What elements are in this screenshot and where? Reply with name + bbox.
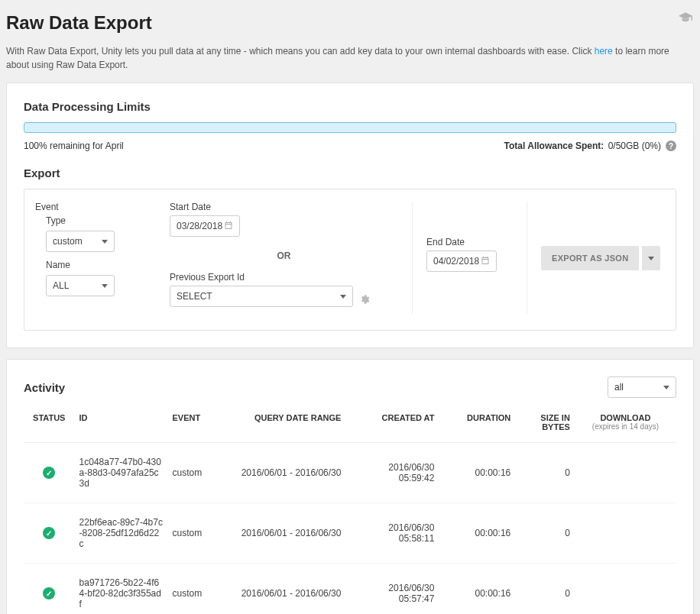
start-date-value: 03/28/2018 (177, 221, 222, 231)
row-duration: 00:00:16 (439, 443, 515, 503)
status-ok-icon: ✓ (43, 527, 55, 539)
name-value: ALL (53, 280, 69, 291)
name-label: Name (46, 260, 157, 270)
row-range: 2016/06/01 - 2016/06/30 (235, 443, 345, 503)
activity-filter-select[interactable]: all (608, 376, 676, 398)
row-duration: 00:00:16 (439, 564, 515, 615)
event-label: Event (35, 202, 157, 212)
gear-icon[interactable] (359, 294, 370, 307)
name-select[interactable]: ALL (46, 275, 115, 296)
table-row: ✓22bf6eac-89c7-4b7c-8208-25df12d6d22ccus… (24, 503, 676, 564)
col-created: CREATED AT (345, 409, 439, 443)
limits-title: Data Processing Limits (24, 100, 676, 113)
row-download[interactable] (575, 503, 676, 564)
col-download: DOWNLOAD (expires in 14 days) (575, 409, 676, 443)
end-date-label: End Date (426, 237, 513, 247)
row-range: 2016/06/01 - 2016/06/30 (235, 564, 345, 615)
start-date-input[interactable]: 03/28/2018 (170, 215, 240, 237)
col-duration: DURATION (439, 409, 515, 443)
col-download-label: DOWNLOAD (600, 413, 650, 422)
end-date-value: 04/02/2018 (433, 256, 479, 267)
status-ok-icon: ✓ (43, 467, 55, 479)
start-date-label: Start Date (170, 202, 398, 212)
remaining-text: 100% remaining for April (24, 141, 124, 151)
intro-text: With Raw Data Export, Unity lets you pul… (6, 44, 694, 72)
prev-export-value: SELECT (177, 291, 212, 302)
activity-card: Activity all STATUS ID EVENT QUERY DATE … (6, 359, 694, 614)
row-size: 0 (515, 503, 575, 564)
row-download[interactable] (575, 564, 676, 615)
help-icon[interactable]: ? (666, 141, 676, 151)
table-row: ✓1c048a77-47b0-430a-88d3-0497afa25c3dcus… (24, 443, 676, 503)
row-id: 1c048a77-47b0-430a-88d3-0497afa25c3d (75, 443, 168, 503)
end-date-input[interactable]: 04/02/2018 (426, 250, 497, 272)
type-value: custom (53, 236, 83, 247)
caret-down-icon (663, 386, 669, 389)
col-download-sub: (expires in 14 days) (579, 422, 672, 431)
usage-progress-bar (24, 122, 676, 133)
caret-down-icon (648, 257, 654, 260)
row-duration: 00:00:16 (439, 503, 515, 564)
row-id: 22bf6eac-89c7-4b7c-8208-25df12d6d22c (75, 503, 168, 564)
allowance-value: 0/50GB (0%) (608, 141, 661, 151)
row-download[interactable] (575, 443, 676, 503)
calendar-icon (481, 256, 490, 267)
export-dropdown-button[interactable] (642, 246, 660, 270)
caret-down-icon (102, 240, 108, 244)
row-id: ba971726-5b22-4f64-bf20-82dc3f355adf (75, 564, 168, 615)
activity-title: Activity (24, 381, 65, 394)
type-select[interactable]: custom (46, 231, 115, 252)
col-event: EVENT (168, 409, 236, 443)
table-row: ✓ba971726-5b22-4f64-bf20-82dc3f355adfcus… (24, 564, 676, 615)
prev-export-label: Previous Export Id (170, 272, 398, 283)
learn-more-link[interactable]: here (595, 46, 613, 57)
page-title: Raw Data Export (6, 12, 152, 34)
row-created: 2016/06/30 05:58:11 (345, 503, 439, 564)
prev-export-select[interactable]: SELECT (170, 286, 353, 307)
row-range: 2016/06/01 - 2016/06/30 (235, 503, 345, 564)
row-size: 0 (515, 564, 575, 615)
activity-table: STATUS ID EVENT QUERY DATE RANGE CREATED… (24, 409, 676, 614)
export-button[interactable]: EXPORT AS JSON (541, 246, 639, 270)
row-event: custom (168, 564, 236, 615)
row-created: 2016/06/30 05:59:42 (345, 443, 439, 503)
export-card: Data Processing Limits 100% remaining fo… (6, 82, 694, 348)
caret-down-icon (340, 295, 346, 299)
type-label: Type (46, 215, 157, 226)
export-form: Event Type custom Name ALL Start Date 03… (24, 189, 676, 331)
col-size: SIZE IN BYTES (515, 409, 575, 443)
allowance-label: Total Allowance Spent: (504, 141, 604, 151)
education-icon[interactable] (679, 12, 694, 26)
or-label: OR (170, 250, 398, 261)
caret-down-icon (102, 284, 108, 288)
row-event: custom (168, 443, 236, 503)
calendar-icon (224, 221, 233, 232)
intro-before: With Raw Data Export, Unity lets you pul… (6, 46, 595, 57)
status-ok-icon: ✓ (43, 587, 55, 599)
export-title: Export (24, 166, 676, 179)
row-event: custom (168, 503, 236, 564)
col-id: ID (75, 409, 168, 443)
col-status: STATUS (24, 409, 75, 443)
row-created: 2016/06/30 05:57:47 (345, 564, 439, 615)
col-range: QUERY DATE RANGE (235, 409, 345, 443)
row-size: 0 (515, 443, 575, 503)
activity-filter-value: all (614, 382, 624, 393)
